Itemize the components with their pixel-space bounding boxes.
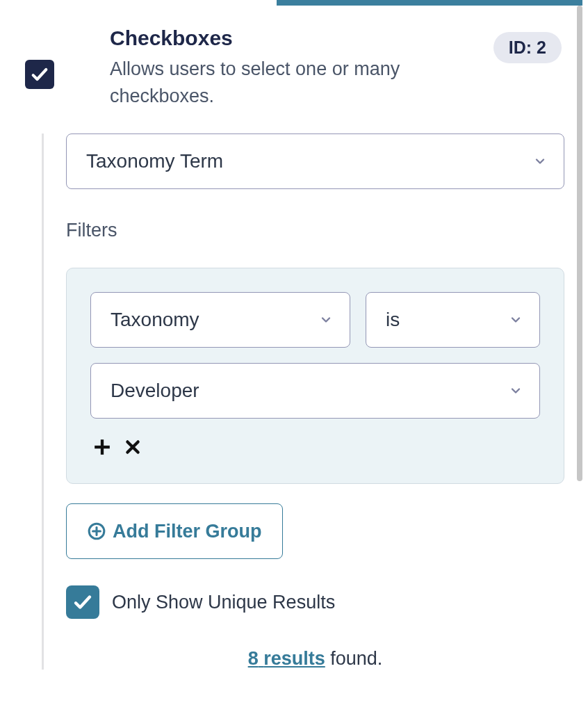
plus-circle-icon — [88, 522, 106, 540]
data-source-select[interactable]: Taxonomy Term — [66, 134, 564, 189]
chevron-down-icon — [509, 313, 523, 327]
remove-filter-icon[interactable] — [124, 438, 142, 460]
add-filter-icon[interactable] — [93, 438, 111, 460]
results-word: results — [263, 648, 325, 669]
id-badge: ID: 2 — [493, 32, 562, 63]
check-icon — [72, 592, 93, 613]
filter-value-text: Developer — [111, 380, 199, 402]
checkboxes-type-icon — [25, 60, 54, 89]
filter-field-value: Taxonomy — [111, 309, 199, 331]
svg-rect-1 — [95, 446, 110, 448]
filter-value-select[interactable]: Developer — [90, 363, 540, 419]
unique-results-label: Only Show Unique Results — [112, 592, 335, 613]
results-count: 8 — [248, 648, 259, 669]
results-summary: 8 results found. — [66, 648, 564, 670]
chevron-down-icon — [509, 384, 523, 398]
results-link[interactable]: 8 results — [248, 648, 325, 669]
chevron-down-icon — [533, 154, 547, 168]
unique-results-row: Only Show Unique Results — [66, 585, 564, 619]
add-filter-group-label: Add Filter Group — [113, 521, 261, 542]
scrollbar[interactable] — [577, 6, 582, 481]
component-description: Allows users to select one or many check… — [110, 56, 563, 110]
filter-field-select[interactable]: Taxonomy — [90, 292, 350, 348]
unique-results-checkbox[interactable] — [66, 585, 99, 619]
add-filter-group-button[interactable]: Add Filter Group — [66, 503, 283, 559]
data-source-value: Taxonomy Term — [86, 150, 223, 172]
chevron-down-icon — [319, 313, 333, 327]
filter-operator-select[interactable]: is — [366, 292, 540, 348]
content-panel: Taxonomy Term Filters Taxonomy is Develo… — [42, 134, 564, 670]
active-tab-indicator — [277, 0, 582, 6]
filter-group: Taxonomy is Developer — [66, 268, 564, 484]
filters-label: Filters — [66, 220, 564, 241]
results-found: found. — [325, 648, 383, 669]
filter-operator-value: is — [386, 309, 400, 331]
